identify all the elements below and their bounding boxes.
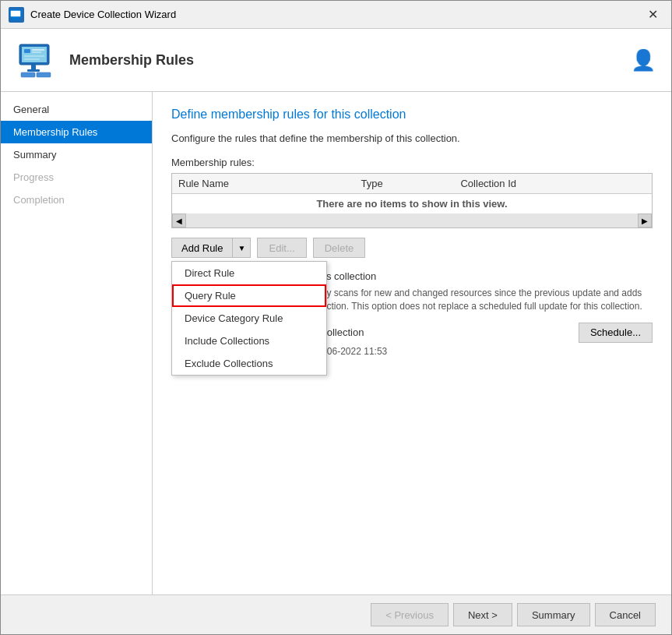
add-rule-dropdown-menu: Direct Rule Query Rule Device Category R… bbox=[171, 261, 327, 376]
dropdown-item-exclude-collections[interactable]: Exclude Collections bbox=[172, 352, 326, 375]
dropdown-item-include-collections[interactable]: Include Collections bbox=[172, 330, 326, 352]
col-collection-id: Collection Id bbox=[454, 174, 652, 194]
scroll-right-arrow[interactable]: ▶ bbox=[638, 213, 652, 228]
scroll-left-arrow[interactable]: ◀ bbox=[172, 213, 186, 228]
col-rule-name: Rule Name bbox=[172, 174, 355, 194]
scrollbar-track[interactable] bbox=[186, 213, 638, 228]
sidebar-item-general[interactable]: General bbox=[1, 98, 152, 121]
sidebar: General Membership Rules Summary Progres… bbox=[1, 92, 153, 594]
previous-button[interactable]: < Previous bbox=[371, 603, 449, 626]
dropdown-item-query-rule[interactable]: Query Rule bbox=[172, 284, 326, 307]
sidebar-item-summary[interactable]: Summary bbox=[1, 143, 152, 166]
sidebar-item-completion: Completion bbox=[1, 189, 152, 211]
svg-rect-9 bbox=[24, 49, 30, 53]
empty-table-row: There are no items to show in this view. bbox=[172, 194, 652, 214]
svg-rect-6 bbox=[27, 69, 40, 72]
wizard-header-left: Membership Rules bbox=[16, 40, 194, 80]
horizontal-scrollbar[interactable]: ◀ ▶ bbox=[172, 213, 652, 228]
edit-button[interactable]: Edit... bbox=[257, 238, 306, 258]
title-bar: Create Device Collection Wizard ✕ bbox=[1, 1, 671, 29]
delete-button[interactable]: Delete bbox=[313, 238, 366, 258]
sidebar-item-membership-rules[interactable]: Membership Rules bbox=[1, 121, 152, 143]
col-type: Type bbox=[355, 174, 455, 194]
svg-rect-13 bbox=[24, 58, 40, 60]
wizard-content: General Membership Rules Summary Progres… bbox=[1, 92, 671, 594]
dropdown-item-device-category-rule[interactable]: Device Category Rule bbox=[172, 307, 326, 330]
schedule-button[interactable]: Schedule... bbox=[579, 323, 653, 343]
main-title: Define membership rules for this collect… bbox=[171, 108, 653, 122]
add-rule-label: Add Rule bbox=[172, 238, 233, 257]
main-area: Define membership rules for this collect… bbox=[153, 92, 671, 594]
svg-rect-0 bbox=[10, 10, 21, 17]
svg-rect-5 bbox=[31, 65, 36, 69]
dropdown-item-direct-rule[interactable]: Direct Rule bbox=[172, 262, 326, 284]
title-bar-text: Create Device Collection Wizard bbox=[30, 9, 176, 20]
svg-rect-2 bbox=[12, 19, 19, 20]
app-icon bbox=[9, 7, 24, 23]
section-label: Membership rules: bbox=[171, 157, 653, 168]
close-button[interactable]: ✕ bbox=[642, 5, 663, 24]
rules-table: Rule Name Type Collection Id There are n… bbox=[172, 174, 652, 213]
main-description: Configure the rules that define the memb… bbox=[171, 132, 653, 144]
rules-table-container: Rule Name Type Collection Id There are n… bbox=[171, 173, 653, 228]
svg-rect-11 bbox=[32, 51, 41, 53]
sidebar-item-progress: Progress bbox=[1, 166, 152, 189]
title-bar-left: Create Device Collection Wizard bbox=[9, 7, 176, 23]
header-title: Membership Rules bbox=[69, 52, 194, 69]
wizard-footer: < Previous Next > Summary Cancel bbox=[1, 594, 671, 634]
svg-rect-1 bbox=[13, 17, 18, 19]
svg-rect-10 bbox=[32, 49, 44, 51]
add-rule-dropdown-arrow[interactable]: ▼ bbox=[233, 238, 250, 257]
summary-button[interactable]: Summary bbox=[517, 603, 590, 626]
cancel-button[interactable]: Cancel bbox=[595, 603, 656, 626]
svg-rect-12 bbox=[24, 55, 44, 57]
header-computer-icon bbox=[16, 40, 57, 80]
user-icon: 👤 bbox=[631, 48, 656, 72]
next-button[interactable]: Next > bbox=[453, 603, 512, 626]
svg-rect-7 bbox=[21, 72, 35, 77]
add-rule-section: Add Rule ▼ Direct Rule Query Rule Device… bbox=[171, 238, 653, 258]
svg-rect-8 bbox=[37, 72, 51, 77]
add-rule-button[interactable]: Add Rule ▼ bbox=[171, 238, 251, 258]
add-rule-wrapper: Add Rule ▼ Direct Rule Query Rule Device… bbox=[171, 238, 251, 258]
empty-table-message: There are no items to show in this view. bbox=[172, 194, 652, 214]
wizard-header: Membership Rules 👤 bbox=[1, 29, 671, 92]
dialog: Create Device Collection Wizard ✕ bbox=[0, 0, 672, 635]
